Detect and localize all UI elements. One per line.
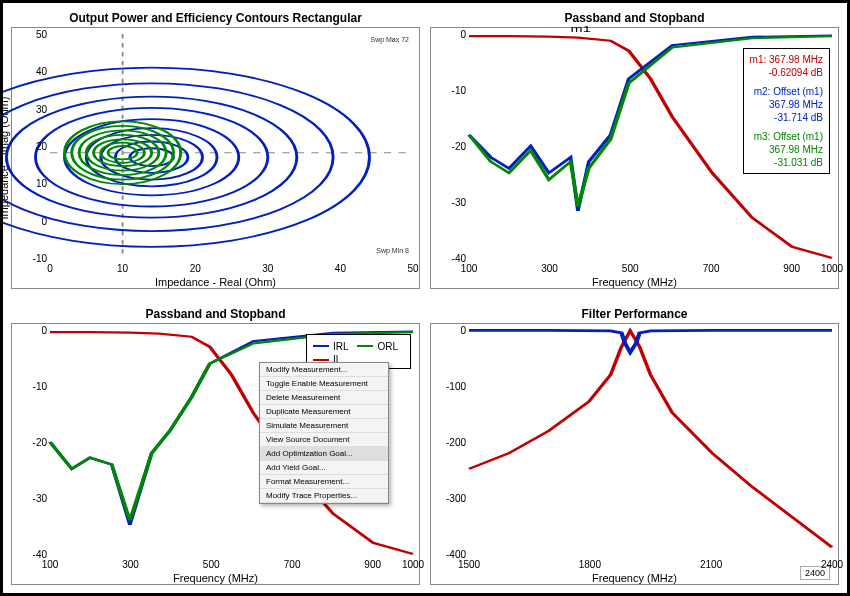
menu-format-measurement[interactable]: Format Measurement...: [260, 475, 388, 489]
x-axis-label: Frequency (MHz): [173, 572, 258, 584]
chart-contours: Output Power and Efficiency Contours Rec…: [11, 11, 420, 289]
menu-add-yield-goal[interactable]: Add Yield Goal...: [260, 461, 388, 475]
plot-area[interactable]: Frequency (MHz) m1 m1: 367.98 MHz -0.620…: [430, 27, 839, 289]
menu-view-source-doc[interactable]: View Source Document: [260, 433, 388, 447]
plot-area[interactable]: Frequency (MHz) 2400 -400 -300 -200 -100…: [430, 323, 839, 585]
contour-canvas: [50, 34, 413, 258]
menu-delete-measurement[interactable]: Delete Measurement: [260, 391, 388, 405]
chart-filter-performance: Filter Performance Frequency (MHz) 2400 …: [430, 307, 839, 585]
plot-area[interactable]: Frequency (MHz) IRL ORL IL Modify Measur…: [11, 323, 420, 585]
chart-title: Output Power and Efficiency Contours Rec…: [69, 11, 362, 25]
legend-orl[interactable]: ORL: [357, 341, 398, 352]
plot-area[interactable]: Impedance - Imag (Ohm) Impedance - Real …: [11, 27, 420, 289]
menu-duplicate-measurement[interactable]: Duplicate Measurement: [260, 405, 388, 419]
chart-title: Passband and Stopband: [145, 307, 285, 321]
menu-modify-measurement[interactable]: Modify Measurement...: [260, 363, 388, 377]
x-axis-label: Frequency (MHz): [592, 572, 677, 584]
chart-grid: Output Power and Efficiency Contours Rec…: [11, 11, 839, 585]
menu-toggle-enable[interactable]: Toggle Enable Measurement: [260, 377, 388, 391]
marker-m3: m3: Offset (m1) 367.98 MHz -31.031 dB: [750, 130, 823, 169]
line-canvas: [469, 330, 832, 554]
legend-irl[interactable]: IRL: [313, 341, 349, 352]
x-axis-label: Impedance - Real (Ohm): [155, 276, 276, 288]
marker-m1: m1: 367.98 MHz -0.62094 dB: [750, 53, 823, 79]
x-axis-label: Frequency (MHz): [592, 276, 677, 288]
svg-text:m1: m1: [571, 24, 592, 34]
swp-max-label: Swp Max 72: [370, 36, 409, 43]
chart-passband-menu: Passband and Stopband Frequency (MHz) IR…: [11, 307, 420, 585]
marker-m2: m2: Offset (m1) 367.98 MHz -31.714 dB: [750, 85, 823, 124]
context-menu[interactable]: Modify Measurement... Toggle Enable Meas…: [259, 362, 389, 504]
marker-readout: m1: 367.98 MHz -0.62094 dB m2: Offset (m…: [743, 48, 830, 174]
menu-add-optimization-goal[interactable]: Add Optimization Goal...: [260, 447, 388, 461]
menu-modify-trace-props[interactable]: Modify Trace Properties...: [260, 489, 388, 503]
menu-simulate-measurement[interactable]: Simulate Measurement: [260, 419, 388, 433]
chart-passband-markers: Passband and Stopband Frequency (MHz) m1…: [430, 11, 839, 289]
swp-min-label: Swp Min 8: [376, 247, 409, 254]
chart-title: Filter Performance: [581, 307, 687, 321]
